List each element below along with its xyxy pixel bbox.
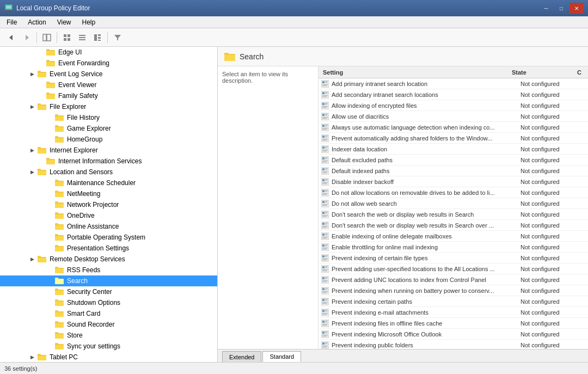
- setting-icon: [321, 134, 329, 143]
- tree-item-file-history[interactable]: File History: [0, 112, 217, 123]
- setting-row[interactable]: Allow indexing of encrypted filesNot con…: [318, 100, 588, 111]
- tree-expand-icon[interactable]: [28, 103, 36, 111]
- tree-expand-icon[interactable]: [28, 168, 36, 176]
- tree-expand-icon[interactable]: [28, 353, 36, 361]
- tree-item-shutdown-options[interactable]: Shutdown Options: [0, 297, 217, 308]
- maximize-button[interactable]: □: [554, 3, 568, 14]
- setting-row[interactable]: Prevent adding user-specified locations …: [318, 263, 588, 274]
- setting-state: Not configured: [520, 200, 586, 207]
- setting-row[interactable]: Prevent indexing certain pathsNot config…: [318, 296, 588, 307]
- tree-item-label: Security Center: [67, 288, 112, 296]
- setting-row[interactable]: Always use automatic language detection …: [318, 122, 588, 133]
- tree-item-event-log-service[interactable]: Event Log Service: [0, 69, 217, 79]
- setting-state: Not configured: [520, 135, 586, 142]
- tree-item-family-safety[interactable]: Family Safety: [0, 90, 217, 101]
- tree-item-network-projector[interactable]: Network Projector: [0, 199, 217, 210]
- setting-row[interactable]: Enable throttling for online mail indexi…: [318, 242, 588, 253]
- tree-item-security-center[interactable]: Security Center: [0, 286, 217, 297]
- back-button[interactable]: [4, 30, 19, 45]
- setting-row[interactable]: Indexer data locationNot configured: [318, 144, 588, 155]
- svg-rect-31: [46, 82, 50, 83]
- menu-view[interactable]: View: [53, 17, 76, 27]
- setting-row[interactable]: Prevent indexing public foldersNot confi…: [318, 340, 588, 349]
- tree-item-event-forwarding[interactable]: Event Forwarding: [0, 58, 217, 69]
- tree-item-rss-feeds[interactable]: RSS Feeds: [0, 265, 217, 275]
- tree-item-online-assistance[interactable]: Online Assistance: [0, 221, 217, 232]
- setting-icon: [321, 221, 329, 230]
- setting-row[interactable]: Prevent indexing files in offline files …: [318, 318, 588, 329]
- tree-item-remote-desktop-services[interactable]: Remote Desktop Services: [0, 254, 217, 265]
- tree-item-smart-card[interactable]: Smart Card: [0, 308, 217, 319]
- filter-button[interactable]: [111, 30, 125, 45]
- menu-help[interactable]: Help: [78, 17, 100, 27]
- minimize-button[interactable]: ─: [539, 3, 553, 14]
- tree-item-internet-information-services[interactable]: Internet Information Services: [0, 156, 217, 167]
- tree-item-homegroup[interactable]: HomeGroup: [0, 134, 217, 145]
- svg-rect-211: [322, 216, 327, 217]
- tree-item-edge-ui[interactable]: Edge UI: [0, 47, 217, 58]
- menu-file[interactable]: File: [2, 17, 21, 27]
- setting-row[interactable]: Do not allow web searchNot configured: [318, 198, 588, 209]
- svg-rect-150: [322, 106, 328, 107]
- setting-icon: [321, 123, 329, 132]
- tree-expand-icon[interactable]: [28, 146, 36, 154]
- view2-button[interactable]: [75, 30, 89, 45]
- setting-row[interactable]: Prevent indexing when running on battery…: [318, 285, 588, 296]
- setting-row[interactable]: Do not allow locations on removable driv…: [318, 187, 588, 198]
- svg-rect-263: [325, 311, 327, 311]
- tab-standard[interactable]: Standard: [262, 351, 301, 362]
- tree-item-sync-your-settings[interactable]: Sync your settings: [0, 341, 217, 352]
- tree-item-presentation-settings[interactable]: Presentation Settings: [0, 243, 217, 254]
- tree-item-onedrive[interactable]: OneDrive: [0, 210, 217, 221]
- setting-row[interactable]: Prevent indexing e-mail attachmentsNot c…: [318, 307, 588, 318]
- setting-row[interactable]: Don't search the web or display web resu…: [318, 209, 588, 220]
- tree-item-search[interactable]: Search: [0, 275, 217, 286]
- setting-row[interactable]: Default indexed pathsNot configured: [318, 165, 588, 176]
- tree-item-file-explorer[interactable]: File Explorer: [0, 101, 217, 112]
- close-button[interactable]: ✕: [569, 3, 584, 14]
- tree-expand-icon[interactable]: [28, 255, 36, 263]
- tab-extended[interactable]: Extended: [222, 351, 261, 362]
- setting-row[interactable]: Add primary intranet search locationNot …: [318, 78, 588, 89]
- svg-rect-40: [55, 114, 58, 116]
- tree-item-tablet-pc[interactable]: Tablet PC: [0, 352, 217, 362]
- forward-button[interactable]: [20, 30, 34, 45]
- tree-leaf-spacer: [37, 48, 45, 56]
- svg-rect-88: [55, 289, 58, 290]
- setting-row[interactable]: Prevent indexing Microsoft Office Outloo…: [318, 329, 588, 340]
- tree-item-maintenance-scheduler[interactable]: Maintenance Scheduler: [0, 177, 217, 188]
- setting-icon: [321, 308, 329, 317]
- tree-item-sound-recorder[interactable]: Sound Recorder: [0, 319, 217, 330]
- show-hide-button[interactable]: [40, 30, 54, 45]
- setting-row[interactable]: Prevent indexing of certain file typesNo…: [318, 253, 588, 263]
- tree-item-event-viewer[interactable]: Event Viewer: [0, 79, 217, 90]
- menu-action[interactable]: Action: [23, 17, 50, 27]
- tree-container[interactable]: Edge UIEvent ForwardingEvent Log Service…: [0, 47, 217, 362]
- tree-item-store[interactable]: Store: [0, 330, 217, 341]
- setting-row[interactable]: Don't search the web or display web resu…: [318, 220, 588, 231]
- tree-item-internet-explorer[interactable]: Internet Explorer: [0, 145, 217, 156]
- svg-rect-57: [55, 182, 64, 186]
- svg-rect-187: [322, 173, 327, 173]
- view3-button[interactable]: [90, 30, 105, 45]
- setting-row[interactable]: Add secondary intranet search locationsN…: [318, 89, 588, 100]
- tree-expand-icon[interactable]: [28, 70, 36, 78]
- setting-row[interactable]: Prevent adding UNC locations to index fr…: [318, 274, 588, 285]
- svg-rect-258: [322, 302, 328, 303]
- tree-item-game-explorer[interactable]: Game Explorer: [0, 123, 217, 134]
- settings-body[interactable]: Add primary intranet search locationNot …: [318, 78, 588, 349]
- tree-panel: Edge UIEvent ForwardingEvent Log Service…: [0, 47, 218, 362]
- setting-row[interactable]: Prevent automatically adding shared fold…: [318, 133, 588, 144]
- tree-item-netmeeting[interactable]: NetMeeting: [0, 188, 217, 199]
- svg-rect-141: [322, 92, 324, 94]
- view1-button[interactable]: [60, 30, 74, 45]
- setting-row[interactable]: Allow use of diacriticsNot configured: [318, 111, 588, 122]
- tree-item-location-and-sensors[interactable]: Location and Sensors: [0, 167, 217, 177]
- tree-item-label: File Explorer: [50, 103, 86, 111]
- setting-row[interactable]: Disable indexer backoffNot configured: [318, 176, 588, 187]
- svg-rect-247: [322, 281, 327, 282]
- setting-row[interactable]: Default excluded pathsNot configured: [318, 155, 588, 165]
- tree-item-portable-operating-system[interactable]: Portable Operating System: [0, 232, 217, 243]
- setting-row[interactable]: Enable indexing of online delegate mailb…: [318, 231, 588, 242]
- toolbar: [0, 28, 588, 47]
